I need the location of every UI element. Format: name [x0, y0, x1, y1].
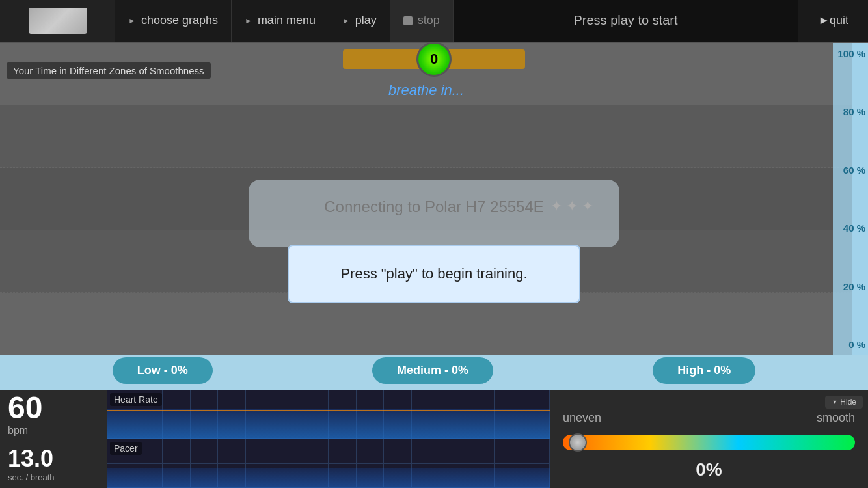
- hide-button[interactable]: ▼ Hide: [825, 396, 863, 409]
- pct-60: 60 %: [835, 165, 865, 176]
- play-icon: ►: [342, 16, 350, 25]
- main-menu-icon: ►: [245, 16, 252, 25]
- pacer-value: 13.0: [8, 445, 99, 472]
- quit-button[interactable]: ► quit: [798, 0, 868, 42]
- pct-0: 0 %: [835, 339, 865, 350]
- heart-rate-info: 60 bpm: [0, 390, 107, 439]
- grid-cell: [412, 439, 440, 464]
- grid-cell: [384, 439, 412, 464]
- connecting-dialog: Connecting to Polar H7 25554E ✦ ✦ ✦: [249, 180, 619, 247]
- heart-rate-wave: [107, 409, 550, 439]
- main-chart-area: Your Time in Different Zones of Smoothne…: [0, 43, 868, 390]
- press-play-dialog: Press "play" to begin training.: [288, 245, 580, 303]
- status-text: Press play to start: [454, 0, 798, 42]
- bottom-section: 60 bpm: [0, 390, 868, 488]
- quit-label: quit: [830, 14, 848, 27]
- hide-label: Hide: [840, 398, 856, 407]
- smoothness-slider-track[interactable]: [563, 435, 855, 450]
- smooth-label: smooth: [817, 411, 855, 425]
- zone-pill-low: Low - 0%: [113, 357, 213, 384]
- percent-labels: 100 % 80 % 60 % 40 % 20 % 0 %: [833, 43, 868, 355]
- grid-cell: [218, 439, 246, 464]
- heart-rate-value: 60: [8, 392, 99, 424]
- pacer-wave: [107, 468, 550, 488]
- pct-20: 20 %: [835, 281, 865, 292]
- main-menu-button[interactable]: ► main menu: [232, 0, 329, 42]
- uneven-label: uneven: [563, 411, 601, 425]
- chart-band-2: [0, 105, 852, 168]
- press-play-text: Press "play" to begin training.: [315, 265, 553, 282]
- pacer-unit: sec. / breath: [8, 472, 99, 482]
- smoothness-percent: 0%: [563, 459, 855, 480]
- quit-icon: ►: [818, 14, 830, 27]
- app-logo: [29, 8, 87, 34]
- grid-cell: [495, 439, 522, 464]
- play-button[interactable]: ► play: [329, 0, 390, 42]
- top-nav-bar: ► choose graphs ► main menu ► play stop …: [0, 0, 868, 43]
- hide-icon: ▼: [832, 399, 837, 405]
- heart-rate-label: Heart Rate: [110, 393, 162, 406]
- breathe-instruction: breathe in...: [388, 82, 464, 99]
- grid-cell: [439, 439, 467, 464]
- choose-graphs-icon: ►: [128, 16, 136, 25]
- grid-cell: [273, 439, 301, 464]
- hr-orange-line: [107, 410, 550, 411]
- grid-cell: [301, 439, 329, 464]
- connecting-text: Connecting to Polar H7 25554E: [324, 198, 544, 216]
- grid-cell: [522, 439, 550, 464]
- spinner-dots: ✦ ✦ ✦: [550, 198, 593, 215]
- timer-track: 0: [343, 49, 525, 69]
- smoothness-panel: ▼ Hide uneven smooth 0%: [550, 390, 868, 488]
- pacer-label: Pacer: [110, 442, 142, 455]
- heart-rate-chart: Heart Rate: [107, 390, 550, 439]
- grid-cell: [467, 439, 495, 464]
- grid-cell: [357, 439, 385, 464]
- stop-label: stop: [418, 14, 440, 27]
- play-label: play: [355, 14, 377, 27]
- zone-pill-medium: Medium - 0%: [372, 357, 493, 384]
- heart-rate-row: 60 bpm: [0, 390, 550, 439]
- grid-cell: [329, 439, 357, 464]
- zone-pills: Low - 0% Medium - 0% High - 0%: [0, 357, 868, 384]
- pacer-row: 13.0 sec. / breath: [0, 439, 550, 488]
- smoothness-slider-thumb[interactable]: [569, 433, 587, 452]
- main-menu-label: main menu: [258, 14, 316, 27]
- timer-circle: 0: [416, 42, 452, 77]
- choose-graphs-label: choose graphs: [141, 14, 218, 27]
- chart-title: Your Time in Different Zones of Smoothne…: [7, 62, 211, 79]
- grid-cell: [163, 439, 191, 464]
- timer-bar: 0: [343, 49, 525, 69]
- logo-area: [0, 0, 115, 42]
- pacer-info: 13.0 sec. / breath: [0, 439, 107, 488]
- pct-40: 40 %: [835, 223, 865, 234]
- smooth-labels: uneven smooth: [563, 411, 855, 425]
- grid-cell: [246, 439, 274, 464]
- bottom-left-panel: 60 bpm: [0, 390, 550, 488]
- pct-80: 80 %: [835, 106, 865, 117]
- grid-cell: [191, 439, 219, 464]
- bpm-unit: bpm: [8, 425, 99, 437]
- stop-icon: [403, 16, 413, 25]
- choose-graphs-button[interactable]: ► choose graphs: [115, 0, 232, 42]
- zone-pill-high: High - 0%: [653, 357, 755, 384]
- stop-button[interactable]: stop: [390, 0, 454, 42]
- pacer-chart: Pacer: [107, 439, 550, 488]
- pct-100: 100 %: [835, 48, 865, 59]
